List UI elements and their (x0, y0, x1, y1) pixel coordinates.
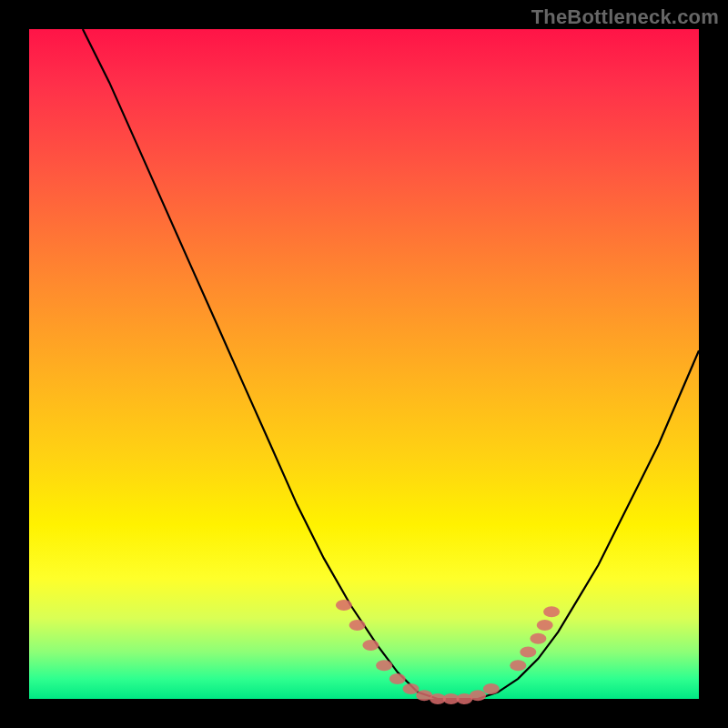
marker-dot (537, 620, 553, 631)
chart-svg (29, 29, 699, 699)
plot-area (29, 29, 699, 699)
marker-dot (510, 660, 526, 671)
marker-dot (403, 683, 420, 694)
marker-dot (376, 660, 392, 671)
marker-dot (520, 647, 536, 658)
highlight-markers (336, 600, 560, 704)
marker-dot (530, 633, 546, 644)
marker-dot (470, 690, 486, 701)
marker-dot (543, 606, 560, 617)
marker-dot (483, 683, 500, 694)
bottleneck-curve (83, 29, 699, 699)
marker-dot (362, 640, 379, 651)
marker-dot (349, 620, 366, 631)
watermark-text: TheBottleneck.com (531, 5, 719, 29)
marker-dot (389, 673, 406, 684)
chart-frame: TheBottleneck.com (0, 0, 728, 728)
marker-dot (336, 600, 352, 611)
